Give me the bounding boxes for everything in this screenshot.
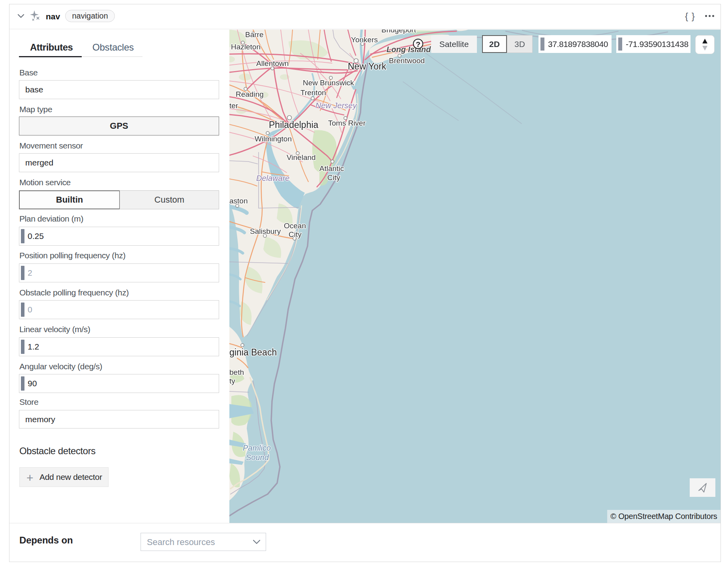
svg-text:ter: ter <box>229 102 238 110</box>
svg-text:Long Island: Long Island <box>387 45 431 54</box>
svg-text:Toms River: Toms River <box>328 119 366 127</box>
svg-text:Sound: Sound <box>246 453 269 462</box>
svg-text:Hazleton: Hazleton <box>231 43 261 51</box>
svg-text:Salisbury: Salisbury <box>250 227 281 235</box>
svg-text:Reading: Reading <box>236 90 264 98</box>
svg-text:New Brunswick: New Brunswick <box>303 79 354 87</box>
svg-text:Barre: Barre <box>245 30 263 39</box>
svg-text:Wilmington: Wilmington <box>255 135 292 143</box>
svg-text:ty: ty <box>229 377 235 385</box>
svg-text:aston: aston <box>229 197 248 205</box>
svg-text:Bridgeport: Bridgeport <box>381 30 416 34</box>
svg-text:Philadelphia: Philadelphia <box>269 120 319 130</box>
svg-text:City: City <box>327 173 340 182</box>
svg-text:Ocean: Ocean <box>284 222 306 230</box>
svg-text:City: City <box>289 230 302 239</box>
svg-text:Allentown: Allentown <box>256 59 289 68</box>
svg-text:Brentwood: Brentwood <box>389 56 425 65</box>
svg-text:Delaware: Delaware <box>256 174 289 182</box>
svg-text:ginia Beach: ginia Beach <box>229 347 277 357</box>
svg-text:Vineland: Vineland <box>287 153 316 162</box>
svg-text:Pamlico: Pamlico <box>243 444 271 452</box>
svg-text:Yonkers: Yonkers <box>351 36 378 44</box>
svg-text:New Jersey: New Jersey <box>315 101 357 110</box>
svg-text:Trenton: Trenton <box>300 88 326 97</box>
svg-text:beth: beth <box>229 368 244 376</box>
svg-text:New York: New York <box>348 61 387 71</box>
svg-text:Atlantic: Atlantic <box>319 164 344 173</box>
